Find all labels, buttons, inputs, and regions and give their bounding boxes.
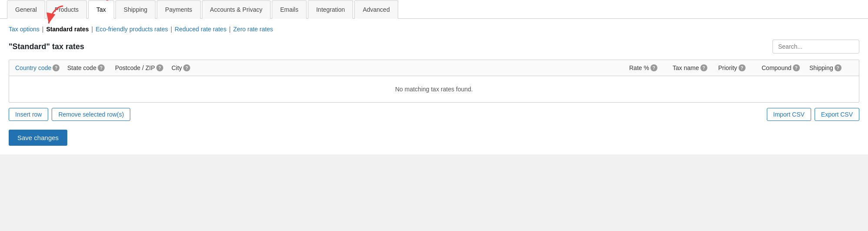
subnav-separator: | (171, 26, 172, 33)
tab-products[interactable]: Products (46, 0, 87, 19)
help-icon-country-code[interactable]: ? (53, 64, 59, 71)
help-icon-tax-name[interactable]: ? (700, 64, 707, 71)
tax-table: Country code?State code?Postcode / ZIP?C… (9, 60, 859, 103)
subnav-item-reduced-rate[interactable]: Reduced rate rates (175, 26, 226, 33)
import-csv-button[interactable]: Import CSV (767, 108, 811, 121)
col-label-postcode-zip: Postcode / ZIP (115, 64, 155, 71)
save-changes-button[interactable]: Save changes (9, 130, 67, 146)
col-header-rate-pct: Rate %? (629, 64, 673, 71)
search-input[interactable] (772, 40, 859, 54)
help-icon-priority[interactable]: ? (739, 64, 746, 71)
subnav-item-eco-friendly[interactable]: Eco-friendly products rates (96, 26, 168, 33)
action-right: Import CSV Export CSV (767, 108, 860, 121)
subnav: Tax options | Standard rates | Eco-frien… (9, 26, 859, 33)
tab-shipping[interactable]: Shipping (116, 0, 156, 19)
subnav-item-standard-rates[interactable]: Standard rates (46, 26, 89, 33)
insert-row-button[interactable]: Insert row (9, 108, 48, 121)
tab-emails[interactable]: Emails (272, 0, 307, 19)
col-header-tax-name: Tax name? (673, 64, 718, 71)
table-header: Country code?State code?Postcode / ZIP?C… (9, 60, 859, 76)
col-label-shipping: Shipping (809, 64, 833, 71)
tab-integration[interactable]: Integration (308, 0, 353, 19)
col-label-priority: Priority (718, 64, 737, 71)
col-label-tax-name: Tax name (673, 64, 699, 71)
help-icon-shipping[interactable]: ? (835, 64, 842, 71)
help-icon-city[interactable]: ? (183, 64, 190, 71)
remove-selected-button[interactable]: Remove selected row(s) (52, 108, 130, 121)
export-csv-button[interactable]: Export CSV (815, 108, 859, 121)
col-header-city: City? (172, 64, 629, 71)
tab-tax[interactable]: Tax (88, 0, 114, 19)
section-header: "Standard" tax rates (9, 40, 859, 54)
subnav-separator: | (92, 26, 93, 33)
col-label-country-code: Country code (15, 64, 51, 71)
col-label-city: City (172, 64, 182, 71)
col-label-rate-pct: Rate % (629, 64, 649, 71)
col-label-compound: Compound (762, 64, 792, 71)
col-label-state-code: State code (67, 64, 96, 71)
subnav-separator: | (42, 26, 44, 33)
subnav-item-tax-options[interactable]: Tax options (9, 26, 40, 33)
col-header-state-code: State code? (67, 64, 115, 71)
col-header-country-code: Country code? (15, 64, 67, 71)
help-icon-compound[interactable]: ? (793, 64, 800, 71)
tab-advanced[interactable]: Advanced (354, 0, 398, 19)
subnav-item-zero-rate[interactable]: Zero rate rates (233, 26, 273, 33)
col-header-compound: Compound? (762, 64, 809, 71)
tab-payments[interactable]: Payments (157, 0, 200, 19)
help-icon-state-code[interactable]: ? (98, 64, 105, 71)
tab-accounts-privacy[interactable]: Accounts & Privacy (202, 0, 271, 19)
subnav-separator: | (229, 26, 231, 33)
col-header-postcode-zip: Postcode / ZIP? (115, 64, 172, 71)
action-row: Insert row Remove selected row(s) Import… (9, 108, 859, 121)
help-icon-postcode-zip[interactable]: ? (156, 64, 163, 71)
content-area: Tax options | Standard rates | Eco-frien… (0, 19, 868, 154)
empty-message: No matching tax rates found. (9, 76, 859, 102)
col-header-priority: Priority? (718, 64, 762, 71)
tab-general[interactable]: General (7, 0, 45, 19)
col-header-shipping: Shipping? (809, 64, 853, 71)
help-icon-rate-pct[interactable]: ? (650, 64, 657, 71)
section-title: "Standard" tax rates (9, 42, 84, 51)
action-left: Insert row Remove selected row(s) (9, 108, 130, 121)
tabs-bar: GeneralProductsTaxShippingPaymentsAccoun… (0, 0, 868, 19)
